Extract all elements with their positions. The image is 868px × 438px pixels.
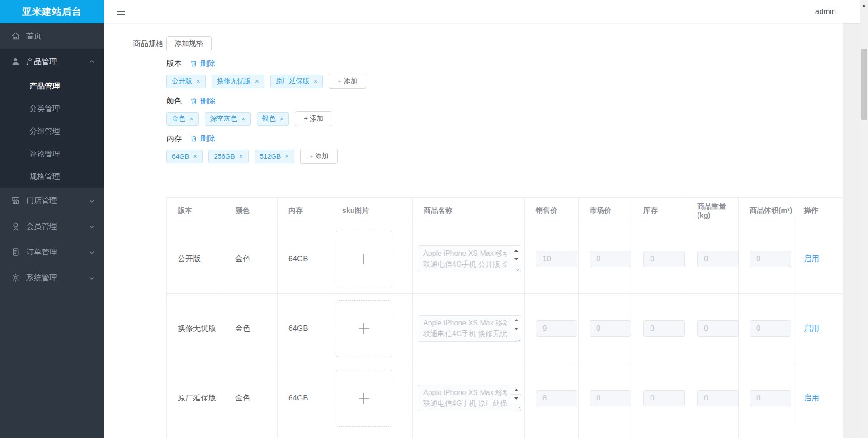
tag-close-icon[interactable]: × <box>239 153 243 160</box>
delete-group-link[interactable]: 删除 <box>190 58 216 69</box>
sidebar-item-member-management[interactable]: 会员管理 <box>0 213 104 239</box>
weight-cell <box>686 294 739 363</box>
weight-input[interactable] <box>697 251 739 267</box>
sku-image-upload-box[interactable] <box>336 300 392 357</box>
admin-user-menu[interactable]: admin <box>815 7 836 16</box>
trash-icon <box>190 60 198 67</box>
enable-link[interactable]: 启用 <box>804 254 819 264</box>
weight-cell <box>686 433 739 438</box>
version-cell: 换修无忧版 <box>167 294 224 363</box>
submenu-item-comment-management[interactable]: 评论管理 <box>0 142 104 165</box>
spec-group-name: 颜色 <box>166 96 182 106</box>
product-name-textarea[interactable]: Apple iPhone XS Max 移动 联通电信4G手机 原厂延保 <box>418 385 521 411</box>
weight-input[interactable] <box>697 320 739 337</box>
tag-close-icon[interactable]: × <box>189 115 193 122</box>
tag-close-icon[interactable]: × <box>196 78 200 85</box>
market-price-input[interactable] <box>590 320 631 337</box>
spinner-up-button[interactable] <box>511 246 521 255</box>
product-name-textarea[interactable]: Apple iPhone XS Max 移动 联通电信4G手机 换修无忧 <box>418 315 521 342</box>
actions-cell <box>793 433 843 438</box>
add-tag-button[interactable]: + 添加 <box>329 74 366 89</box>
sidebar-item-store-management[interactable]: 门店管理 <box>0 188 104 213</box>
hamburger-menu-button[interactable] <box>117 9 125 15</box>
sku-image-upload-box[interactable] <box>336 231 392 287</box>
volume-input[interactable] <box>750 251 791 267</box>
col-header-volume: 商品体积(m³) <box>739 198 793 224</box>
col-header-sale-price: 销售价 <box>525 198 579 224</box>
delete-group-link[interactable]: 删除 <box>190 133 216 144</box>
col-header-memory: 内存 <box>278 198 331 224</box>
resize-handle[interactable] <box>515 405 520 410</box>
col-header-version: 版本 <box>167 198 224 224</box>
sidebar: 亚米建站后台 首页 产品管理 产品管理 <box>0 0 104 438</box>
submenu-item-product-management[interactable]: 产品管理 <box>0 75 104 97</box>
tag-close-icon[interactable]: × <box>280 115 284 122</box>
submenu-item-category-management[interactable]: 分类管理 <box>0 97 104 120</box>
plus-icon <box>356 390 372 406</box>
sale-price-cell <box>525 294 579 363</box>
resize-handle[interactable] <box>515 266 520 271</box>
tag-label: 64GB <box>172 152 189 160</box>
product-name-textarea[interactable]: Apple iPhone XS Max 移动 联通电信4G手机 公开版 金 <box>418 245 521 272</box>
spinner-down-button[interactable] <box>511 255 521 264</box>
delete-label: 删除 <box>200 58 216 69</box>
submenu-item-group-management[interactable]: 分组管理 <box>0 120 104 142</box>
top-header: admin <box>104 0 868 23</box>
sku-image-cell <box>331 224 413 294</box>
sidebar-item-system-management[interactable]: 系统管理 <box>0 265 104 291</box>
resize-handle[interactable] <box>515 335 520 341</box>
spec-tag: 原厂延保版 × <box>270 75 323 88</box>
submenu-item-spec-management[interactable]: 规格管理 <box>0 165 104 188</box>
tag-close-icon[interactable]: × <box>193 153 197 160</box>
volume-input[interactable] <box>750 390 791 406</box>
volume-input[interactable] <box>750 320 791 337</box>
stock-input[interactable] <box>643 251 685 267</box>
delete-group-link[interactable]: 删除 <box>190 96 216 106</box>
sale-price-input[interactable] <box>536 251 577 267</box>
logo-title: 亚米建站后台 <box>0 0 104 23</box>
app-root: 亚米建站后台 首页 产品管理 产品管理 <box>0 0 868 438</box>
sale-price-input[interactable] <box>536 320 577 337</box>
stock-input[interactable] <box>643 390 685 406</box>
tag-close-icon[interactable]: × <box>255 78 259 85</box>
scrollbar-up-arrow-icon[interactable] <box>862 3 866 7</box>
sidebar-item-order-management[interactable]: 订单管理 <box>0 239 104 265</box>
market-price-input[interactable] <box>590 251 631 267</box>
spinner-down-button[interactable] <box>511 394 521 404</box>
tag-close-icon[interactable]: × <box>285 153 289 160</box>
sku-image-upload-box[interactable] <box>336 370 392 427</box>
stock-cell <box>632 363 686 433</box>
weight-cell <box>686 363 739 433</box>
market-price-input[interactable] <box>590 390 631 406</box>
sidebar-item-product-management[interactable]: 产品管理 <box>0 49 104 75</box>
sidebar-item-label: 系统管理 <box>26 273 89 283</box>
sidebar-item-label: 首页 <box>26 31 95 41</box>
sale-price-input[interactable] <box>536 390 577 406</box>
page-scrollbar[interactable] <box>860 0 868 438</box>
sku-image-cell <box>331 363 413 433</box>
tag-label: 换修无忧版 <box>217 77 251 85</box>
spinner-down-button[interactable] <box>511 325 521 334</box>
stock-input[interactable] <box>643 320 685 337</box>
name-line: 联通电信4G手机 换修无忧 <box>423 329 507 339</box>
delete-label: 删除 <box>200 96 216 106</box>
enable-link[interactable]: 启用 <box>804 323 819 334</box>
add-tag-button[interactable]: + 添加 <box>295 111 332 126</box>
sidebar-item-label: 订单管理 <box>26 247 89 257</box>
scrollbar-thumb[interactable] <box>861 49 867 120</box>
stock-cell <box>632 224 686 294</box>
version-cell: 原厂延保版 <box>167 363 224 433</box>
memory-cell: 64GB <box>278 363 331 433</box>
spinner-up-button[interactable] <box>511 385 521 394</box>
add-tag-button[interactable]: + 添加 <box>300 149 338 164</box>
tag-close-icon[interactable]: × <box>241 115 245 122</box>
weight-input[interactable] <box>697 390 739 406</box>
weight-cell <box>686 224 739 294</box>
chevron-up-icon <box>89 59 95 65</box>
spec-group-version: 版本 删除 公开版 × 换修无忧版 × <box>166 58 843 89</box>
tag-close-icon[interactable]: × <box>314 78 318 85</box>
spinner-up-button[interactable] <box>511 316 521 325</box>
enable-link[interactable]: 启用 <box>804 393 819 403</box>
add-spec-button[interactable]: 添加规格 <box>166 36 212 51</box>
sidebar-item-home[interactable]: 首页 <box>0 23 104 49</box>
